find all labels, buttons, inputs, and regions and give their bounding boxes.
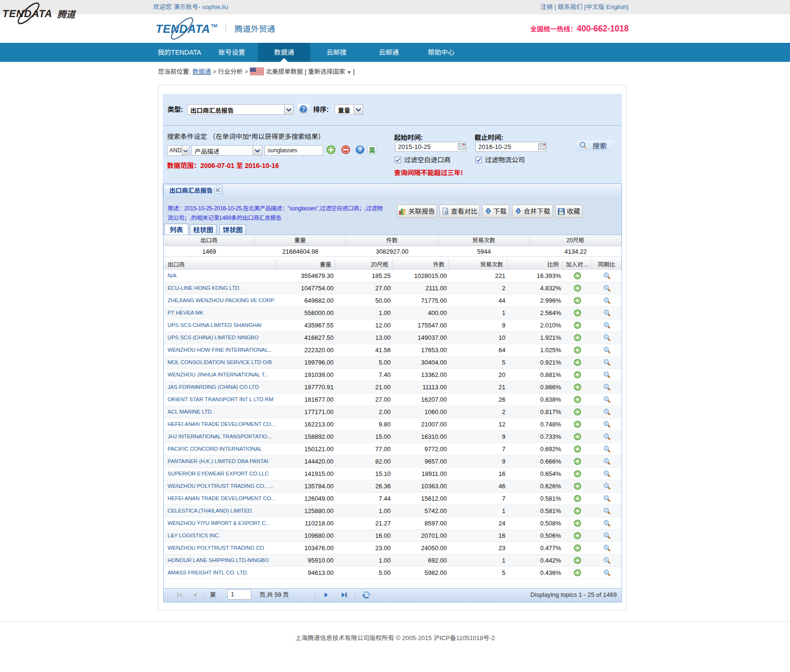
svg-text:?: ? — [302, 106, 306, 113]
svg-text:TENDATA: TENDATA — [2, 8, 52, 20]
svg-text:TM: TM — [211, 23, 217, 28]
svg-text:腾道外贸通: 腾道外贸通 — [235, 22, 275, 34]
svg-text:?: ? — [358, 147, 362, 153]
svg-text:腾道: 腾道 — [57, 7, 77, 20]
svg-text:TENDATA: TENDATA — [156, 22, 210, 35]
